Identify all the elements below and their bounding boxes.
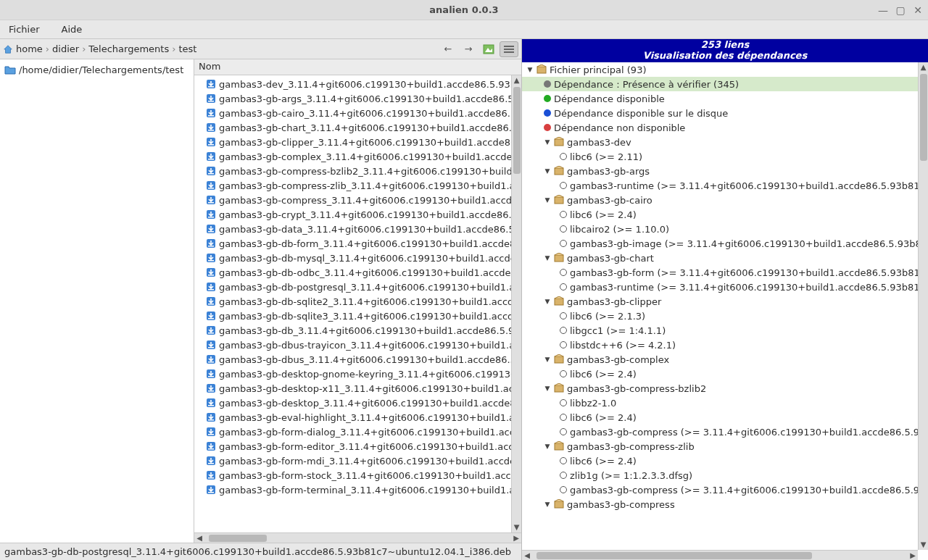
maximize-button[interactable]: ▢ xyxy=(895,4,906,16)
file-row[interactable]: gambas3-gb-data_3.11.4+git6006.c199130+b… xyxy=(194,222,511,236)
scroll-left-icon[interactable]: ◀ xyxy=(194,534,204,542)
file-row[interactable]: gambas3-gb-db-odbc_3.11.4+git6006.c19913… xyxy=(194,265,511,280)
dep-row[interactable]: ▼gambas3-dev xyxy=(522,135,918,149)
dep-row[interactable]: gambas3-runtime (>= 3.11.4+git6006.c1991… xyxy=(522,280,918,294)
file-row[interactable]: gambas3-gb-desktop-x11_3.11.4+git6006.c1… xyxy=(194,381,511,396)
file-row[interactable]: gambas3-gb-form-mdi_3.11.4+git6006.c1991… xyxy=(194,454,511,468)
folder-tree[interactable]: /home/didier/Telechargements/test xyxy=(0,59,194,543)
scroll-right-icon[interactable]: ▶ xyxy=(908,551,918,559)
scroll-right-icon[interactable]: ▶ xyxy=(511,534,521,542)
file-row[interactable]: gambas3-gb-db-mysql_3.11.4+git6006.c1991… xyxy=(194,251,511,265)
dep-row[interactable]: gambas3-gb-compress (>= 3.11.4+git6006.c… xyxy=(522,482,918,497)
dependency-tree[interactable]: ▼ Fichier principal (93) Dépendance : Pr… xyxy=(522,62,928,560)
vscroll-thumb[interactable] xyxy=(513,87,521,174)
hscroll-thumb[interactable] xyxy=(209,535,267,542)
dep-row[interactable]: ▼gambas3-gb-compress-zlib xyxy=(522,439,918,454)
dep-row[interactable]: ▼gambas3-gb-args xyxy=(522,164,918,178)
expander-icon[interactable]: ▼ xyxy=(544,443,551,450)
file-row[interactable]: gambas3-gb-form-dialog_3.11.4+git6006.c1… xyxy=(194,425,511,439)
dep-vscroll[interactable]: ▲ ▼ xyxy=(918,62,928,550)
file-row[interactable]: gambas3-gb-compress_3.11.4+git6006.c1991… xyxy=(194,193,511,207)
minimize-button[interactable]: — xyxy=(877,4,889,16)
file-row[interactable]: gambas3-gb-args_3.11.4+git6006.c199130+b… xyxy=(194,91,511,106)
dep-row[interactable]: zlib1g (>= 1:1.2.3.3.dfsg) xyxy=(522,468,918,482)
dep-row[interactable]: libc6 (>= 2.1.3) xyxy=(522,309,918,323)
file-row[interactable]: gambas3-gb-db-postgresql_3.11.4+git6006.… xyxy=(194,280,511,294)
file-row[interactable]: gambas3-gb-clipper_3.11.4+git6006.c19913… xyxy=(194,135,511,149)
file-row[interactable]: gambas3-gb-db_3.11.4+git6006.c199130+bui… xyxy=(194,323,511,338)
expander-icon[interactable]: ▼ xyxy=(544,254,551,262)
dep-row[interactable]: gambas3-runtime (>= 3.11.4+git6006.c1991… xyxy=(522,178,918,193)
expander-icon[interactable]: ▼ xyxy=(544,501,551,508)
file-row[interactable]: gambas3-gb-compress-zlib_3.11.4+git6006.… xyxy=(194,178,511,193)
expander-icon[interactable]: ▼ xyxy=(544,385,551,392)
scroll-up-icon[interactable]: ▲ xyxy=(512,75,521,85)
file-row[interactable]: gambas3-gb-form-terminal_3.11.4+git6006.… xyxy=(194,482,511,497)
scroll-up-icon[interactable]: ▲ xyxy=(919,62,928,72)
breadcrumb-segment[interactable]: home xyxy=(16,43,43,54)
dep-row[interactable]: libcairo2 (>= 1.10.0) xyxy=(522,222,918,236)
dep-row[interactable]: ▼gambas3-gb-cairo xyxy=(522,193,918,207)
legend-principal[interactable]: ▼ Fichier principal (93) xyxy=(522,62,918,77)
scroll-down-icon[interactable]: ▼ xyxy=(919,540,928,550)
home-icon[interactable] xyxy=(3,44,13,54)
breadcrumb-segment[interactable]: test xyxy=(178,43,196,54)
view-list-button[interactable] xyxy=(500,41,518,57)
file-row[interactable]: gambas3-gb-crypt_3.11.4+git6006.c199130+… xyxy=(194,207,511,222)
file-row[interactable]: gambas3-gb-cairo_3.11.4+git6006.c199130+… xyxy=(194,106,511,120)
file-row[interactable]: gambas3-gb-compress-bzlib2_3.11.4+git600… xyxy=(194,164,511,178)
expander-icon[interactable]: ▼ xyxy=(544,138,551,146)
dep-row[interactable]: libc6 (>= 2.4) xyxy=(522,207,918,222)
file-row[interactable]: gambas3-gb-form-editor_3.11.4+git6006.c1… xyxy=(194,439,511,454)
dep-row[interactable]: ▼gambas3-gb-compress-bzlib2 xyxy=(522,381,918,396)
dep-row[interactable]: ▼gambas3-gb-chart xyxy=(522,251,918,265)
dep-hscroll[interactable]: ◀ ▶ xyxy=(522,550,918,560)
nav-back-button[interactable]: ← xyxy=(439,41,457,57)
dep-row[interactable]: libgcc1 (>= 1:4.1.1) xyxy=(522,323,918,338)
dep-row[interactable]: gambas3-gb-compress (>= 3.11.4+git6006.c… xyxy=(522,425,918,439)
dep-row[interactable]: ▼gambas3-gb-compress xyxy=(522,497,918,511)
breadcrumb-segment[interactable]: Telechargements xyxy=(88,43,169,54)
dep-row[interactable]: libstdc++6 (>= 4.2.1) xyxy=(522,338,918,352)
expander-icon[interactable]: ▼ xyxy=(544,196,551,204)
file-column-header[interactable]: Nom xyxy=(194,59,521,75)
dep-row[interactable]: libc6 (>= 2.4) xyxy=(522,367,918,381)
file-row[interactable]: gambas3-gb-chart_3.11.4+git6006.c199130+… xyxy=(194,120,511,135)
file-row[interactable]: gambas3-gb-desktop-gnome-keyring_3.11.4+… xyxy=(194,367,511,381)
folder-tree-item[interactable]: /home/didier/Telechargements/test xyxy=(3,62,191,77)
breadcrumb-segment[interactable]: didier xyxy=(52,43,79,54)
dep-row[interactable]: gambas3-gb-form (>= 3.11.4+git6006.c1991… xyxy=(522,265,918,280)
dep-row[interactable]: ▼gambas3-gb-complex xyxy=(522,352,918,367)
expander-icon[interactable]: ▼ xyxy=(544,298,551,305)
menu-fichier[interactable]: Fichier xyxy=(4,22,44,36)
file-row[interactable]: gambas3-gb-form-stock_3.11.4+git6006.c19… xyxy=(194,468,511,482)
file-row[interactable]: gambas3-gb-db-sqlite3_3.11.4+git6006.c19… xyxy=(194,309,511,323)
dep-row[interactable]: libc6 (>= 2.4) xyxy=(522,410,918,425)
legend-verify[interactable]: Dépendance : Présence à vérifier (345) xyxy=(522,77,918,91)
view-thumb-button[interactable] xyxy=(479,41,498,57)
nav-forward-button[interactable]: → xyxy=(459,41,478,57)
file-row[interactable]: gambas3-gb-db-form_3.11.4+git6006.c19913… xyxy=(194,236,511,251)
dep-row[interactable]: libbz2-1.0 xyxy=(522,396,918,410)
file-row[interactable]: gambas3-dev_3.11.4+git6006.c199130+build… xyxy=(194,77,511,91)
file-row[interactable]: gambas3-gb-db-sqlite2_3.11.4+git6006.c19… xyxy=(194,294,511,309)
file-row[interactable]: gambas3-gb-complex_3.11.4+git6006.c19913… xyxy=(194,149,511,164)
legend-ondisk[interactable]: Dépendance disponible sur le disque xyxy=(522,106,918,120)
file-list[interactable]: gambas3-dev_3.11.4+git6006.c199130+build… xyxy=(194,75,511,532)
file-row[interactable]: gambas3-gb-eval-highlight_3.11.4+git6006… xyxy=(194,410,511,425)
menu-aide[interactable]: Aide xyxy=(57,22,87,36)
dep-row[interactable]: libc6 (>= 2.4) xyxy=(522,454,918,468)
file-vscroll[interactable]: ▲ ▼ xyxy=(511,75,521,532)
file-hscroll[interactable]: ◀ ▶ xyxy=(194,532,521,543)
dep-row[interactable]: ▼gambas3-gb-clipper xyxy=(522,294,918,309)
legend-unavailable[interactable]: Dépendance non disponible xyxy=(522,120,918,135)
vscroll-thumb[interactable] xyxy=(920,74,927,161)
file-row[interactable]: gambas3-gb-dbus-trayicon_3.11.4+git6006.… xyxy=(194,338,511,352)
file-row[interactable]: gambas3-gb-dbus_3.11.4+git6006.c199130+b… xyxy=(194,352,511,367)
scroll-left-icon[interactable]: ◀ xyxy=(522,551,532,559)
scroll-down-icon[interactable]: ▼ xyxy=(512,522,521,532)
dep-row[interactable]: gambas3-gb-image (>= 3.11.4+git6006.c199… xyxy=(522,236,918,251)
expander-icon[interactable]: ▼ xyxy=(526,66,534,73)
expander-icon[interactable]: ▼ xyxy=(544,167,551,175)
file-row[interactable]: gambas3-gb-desktop_3.11.4+git6006.c19913… xyxy=(194,396,511,410)
